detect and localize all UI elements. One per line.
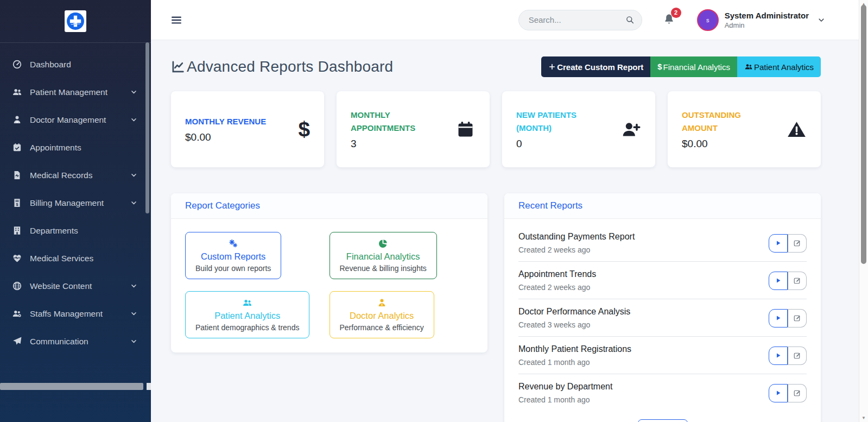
stat-label: NEW PATIENTS (MONTH): [516, 109, 607, 134]
card-title: Recent Reports: [518, 200, 582, 211]
chevron-down-icon: [130, 310, 138, 318]
chevron-down-icon: [130, 116, 138, 124]
user-doctor-icon: [377, 298, 387, 308]
sidebar-item-departments[interactable]: Departments: [0, 217, 151, 244]
run-report-button[interactable]: [769, 309, 788, 327]
run-report-button[interactable]: [769, 272, 788, 290]
user-name: System Administrator: [725, 11, 809, 20]
recent-reports-list: Outstanding Payments Report Created 2 we…: [504, 219, 821, 422]
svg-text:$: $: [16, 203, 18, 207]
stat-value: 0: [516, 138, 607, 150]
sidebar-item-patient-management[interactable]: Patient Management: [0, 78, 151, 106]
users-icon: [242, 298, 252, 308]
financial-analytics-button[interactable]: $ Financial Analytics: [650, 56, 737, 77]
sidebar-item-label: Staffs Management: [30, 309, 103, 319]
sidebar-horizontal-scrollbar[interactable]: [0, 383, 143, 390]
sidebar-item-label: Patient Management: [30, 87, 107, 97]
category-tile-patient-analytics[interactable]: Patient Analytics Patient demographics &…: [185, 291, 309, 338]
pen-square-icon: [793, 239, 801, 247]
report-created: Created 1 month ago: [518, 395, 612, 404]
menu-toggle-button[interactable]: [170, 14, 182, 26]
category-tile-title: Patient Analytics: [214, 311, 280, 321]
sidebar-item-appointments[interactable]: Appointments: [0, 134, 151, 161]
report-created: Created 1 month ago: [518, 358, 631, 367]
category-tile-financial-analytics[interactable]: Financial Analytics Revenue & billing in…: [330, 232, 437, 279]
play-icon: [775, 389, 782, 396]
page-title: Advanced Reports Dashboard: [171, 58, 393, 75]
sidebar-item-communication[interactable]: Communication: [0, 327, 151, 355]
logo-area: [0, 0, 151, 43]
scroll-down-arrow[interactable]: ▼: [859, 415, 868, 420]
sidebar-vertical-scrollbar[interactable]: [145, 42, 149, 213]
report-title: Doctor Performance Analysis: [518, 307, 630, 317]
category-tile-subtitle: Build your own reports: [195, 264, 271, 273]
users-gear-icon: [11, 308, 23, 319]
search-box: [518, 10, 642, 30]
pen-square-icon: [793, 276, 801, 285]
user-plus-icon: [621, 119, 641, 140]
search-input[interactable]: [518, 10, 642, 30]
report-row: Appointment Trends Created 2 weeks ago: [518, 262, 807, 299]
category-tile-subtitle: Revenue & billing insights: [340, 264, 427, 273]
chevron-down-icon: [130, 337, 138, 345]
page-scrollbar-thumb[interactable]: [861, 5, 866, 264]
stat-value: $0.00: [185, 131, 266, 143]
sidebar-item-label: Appointments: [30, 143, 81, 153]
stat-value: 3: [351, 138, 442, 150]
content: Advanced Reports Dashboard Create Custom…: [151, 40, 868, 422]
patient-analytics-button[interactable]: Patient Analytics: [737, 56, 821, 77]
report-created: Created 3 weeks ago: [518, 320, 630, 329]
sidebar-item-doctor-management[interactable]: Doctor Management: [0, 106, 151, 134]
page-title-text: Advanced Reports Dashboard: [187, 58, 393, 75]
category-tile-subtitle: Performance & efficiency: [340, 323, 424, 332]
create-custom-report-button[interactable]: Create Custom Report: [541, 56, 650, 77]
edit-report-button[interactable]: [788, 234, 807, 253]
page-scrollbar[interactable]: ▲ ▼: [859, 0, 868, 422]
avatar-letter: s: [706, 17, 709, 23]
view-all-reports-button[interactable]: [638, 419, 688, 422]
notifications-button[interactable]: 2: [663, 13, 675, 27]
edit-report-button[interactable]: [788, 384, 807, 402]
edit-report-button[interactable]: [788, 272, 807, 290]
report-created: Created 2 weeks ago: [518, 283, 596, 292]
category-tile-title: Custom Reports: [201, 251, 265, 262]
sidebar-item-label: Doctor Management: [30, 115, 106, 125]
report-title: Outstanding Payments Report: [518, 232, 635, 242]
sidebar-item-medical-records[interactable]: Medical Records: [0, 161, 151, 189]
user-menu[interactable]: s System Administrator Admin: [697, 9, 826, 31]
run-report-button[interactable]: [769, 384, 788, 402]
user-doctor-icon: [11, 115, 23, 125]
run-report-button[interactable]: [769, 347, 788, 365]
stat-value: $0.00: [682, 138, 773, 150]
edit-report-button[interactable]: [788, 309, 807, 327]
report-row: Doctor Performance Analysis Created 3 we…: [518, 299, 807, 337]
sidebar-item-website-content[interactable]: Website Content: [0, 272, 151, 300]
sidebar-item-staffs-management[interactable]: Staffs Management: [0, 300, 151, 327]
category-tile-doctor-analytics[interactable]: Doctor Analytics Performance & efficienc…: [330, 291, 434, 338]
sidebar-item-medical-services[interactable]: Medical Services: [0, 244, 151, 272]
top-navbar: 2 s System Administrator Admin: [151, 0, 868, 40]
file-invoice-dollar-icon: $: [11, 198, 23, 208]
plus-icon: [548, 63, 556, 71]
chart-pie-icon: [378, 238, 388, 249]
sidebar-nav: Dashboard Patient Management Doctor Mana…: [0, 43, 151, 355]
sidebar-item-billing-management[interactable]: $ Billing Management: [0, 189, 151, 217]
sidebar-item-label: Dashboard: [30, 60, 71, 70]
chevron-down-icon: [130, 171, 138, 179]
stat-card-outstanding-amount: OUTSTANDING AMOUNT $0.00: [668, 91, 821, 167]
category-tile-subtitle: Patient demographics & trends: [195, 323, 299, 332]
run-report-button[interactable]: [769, 234, 788, 253]
card-header: Recent Reports: [504, 193, 821, 219]
category-tile-custom-reports[interactable]: Custom Reports Build your own reports: [185, 232, 281, 279]
chevron-down-icon[interactable]: [817, 16, 826, 24]
stat-label: MONTHLY APPOINTMENTS: [351, 109, 442, 134]
edit-report-button[interactable]: [788, 347, 807, 365]
button-label: Patient Analytics: [754, 62, 814, 72]
sidebar-item-dashboard[interactable]: Dashboard: [0, 51, 151, 78]
card-header: Report Categories: [171, 193, 487, 219]
calendar-check-icon: [11, 142, 23, 153]
sidebar-item-label: Website Content: [30, 281, 92, 291]
report-actions-group: [769, 309, 807, 327]
brand-logo[interactable]: [65, 10, 86, 32]
report-actions-group: [769, 384, 807, 402]
